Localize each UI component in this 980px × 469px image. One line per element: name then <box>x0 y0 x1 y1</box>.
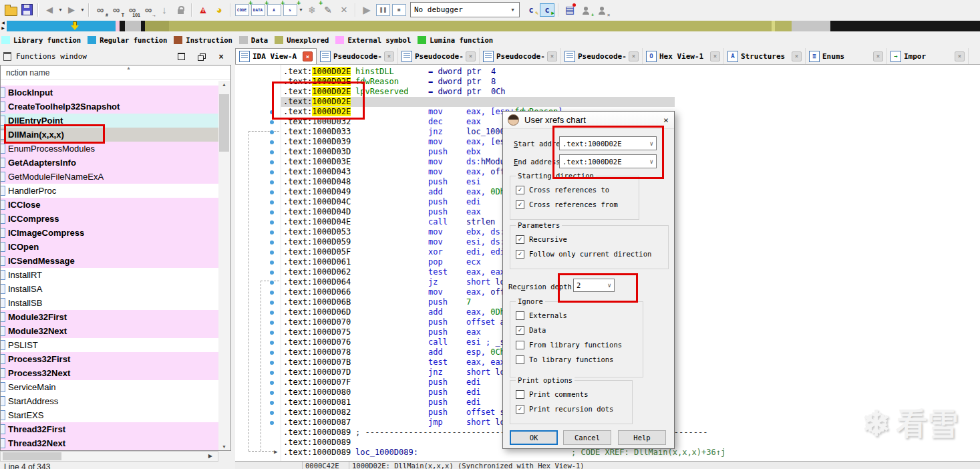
listing-line[interactable]: .text:1000D089loc_1000D089:; CODE XREF: … <box>235 448 980 458</box>
search-next-icon[interactable]: ∞→ <box>141 3 156 17</box>
function-list-item[interactable]: CreateToolhelp32Snapshot <box>1 100 218 114</box>
delete-watch-icon[interactable]: × <box>595 3 609 17</box>
checkbox-icon[interactable] <box>516 341 524 349</box>
float-window-icon[interactable] <box>191 48 211 65</box>
function-list-item[interactable]: StartAddress <box>1 394 218 408</box>
debug-run-icon[interactable]: ▶ <box>359 3 374 17</box>
recent-history-icon[interactable]: ◕ <box>212 3 226 17</box>
open-file-icon[interactable] <box>3 3 18 17</box>
dialog-titlebar[interactable]: User xrefs chart × <box>503 112 674 129</box>
checkbox-follow-only-current-direction[interactable]: ✓Follow only current direction <box>516 249 651 259</box>
checkbox-cross-references-to[interactable]: ✓Cross references to <box>516 184 609 195</box>
checkbox-data[interactable]: ✓Data <box>516 325 546 335</box>
scroll-down-icon[interactable]: ▼ <box>218 444 230 449</box>
column-header-function-name[interactable]: nction name ▲ <box>1 65 230 80</box>
save-icon[interactable] <box>19 3 34 17</box>
function-list-item[interactable]: BlockInput <box>1 86 218 100</box>
maximize-icon[interactable] <box>171 48 191 65</box>
ok-button[interactable]: OK <box>510 430 558 445</box>
function-list-item[interactable]: Thread32Next <box>1 436 218 450</box>
close-icon[interactable]: × <box>658 115 674 125</box>
tab-enums[interactable]: ≣Enums× <box>806 48 887 64</box>
checkbox-recursive[interactable]: ✓Recursive <box>516 234 567 245</box>
function-list-item[interactable]: ICOpen <box>1 240 218 254</box>
checkbox-cross-references-from[interactable]: ✓Cross references from <box>516 199 618 210</box>
close-icon[interactable]: × <box>211 48 231 65</box>
lumina-lock-icon[interactable] <box>173 3 188 17</box>
jump-down-icon[interactable]: ↓ <box>157 3 172 17</box>
listing-line[interactable]: .text:1000D02E <box>235 97 980 107</box>
help-button[interactable]: Help <box>618 430 666 445</box>
create-data-icon[interactable]: DATA+ <box>251 3 265 17</box>
function-list-item[interactable]: ICSendMessage <box>1 254 218 268</box>
function-list-item[interactable]: InstallSA <box>1 282 218 296</box>
function-list-item[interactable]: ICImageCompress <box>1 226 218 240</box>
function-list-item[interactable]: ServiceMain <box>1 380 218 394</box>
debugger-select[interactable]: No debugger▼ <box>410 2 520 17</box>
scroll-up-icon[interactable]: ▲ <box>218 82 230 87</box>
band-scroll-arrows[interactable]: ◀▶ <box>0 20 6 31</box>
checkbox-to-library-functions[interactable]: To library functions <box>516 354 613 365</box>
function-list-item[interactable]: DllEntryPoint <box>1 114 218 128</box>
navigate-back-dropdown[interactable]: ▼ <box>57 7 63 12</box>
function-list-item[interactable]: Process32First <box>1 352 218 366</box>
listing-line[interactable]: .text:1000D02EhinstDLL= dword ptr 4 <box>235 67 980 77</box>
checkbox-icon[interactable]: ✓ <box>516 235 524 244</box>
tab-impor[interactable]: →Impor× <box>887 48 969 64</box>
tab-hex-view-1[interactable]: OHex View-1× <box>643 48 724 64</box>
run-to-source-c-icon[interactable]: c▶ <box>540 3 554 17</box>
close-icon[interactable]: × <box>629 51 639 61</box>
checkbox-print-comments[interactable]: Print comments <box>516 389 589 400</box>
function-list-item[interactable]: ICClose <box>1 198 218 212</box>
checkbox-icon[interactable] <box>516 311 524 320</box>
function-list-item[interactable]: GetModuleFileNameExA <box>1 170 218 184</box>
binary-search-icon[interactable]: ∞101 <box>125 3 140 17</box>
tab-pseudocode-c[interactable]: Pseudocode-C× <box>398 48 480 64</box>
function-list-item[interactable]: Thread32First <box>1 422 218 436</box>
navigate-forward-dropdown[interactable]: ▼ <box>79 7 86 12</box>
scroll-right-icon[interactable]: ▶ <box>208 453 212 459</box>
function-list-item[interactable]: HandlerProc <box>1 184 218 198</box>
close-icon[interactable]: × <box>792 51 802 61</box>
function-list-item[interactable]: Module32Next <box>1 324 218 338</box>
undefine-icon[interactable]: × <box>337 3 351 17</box>
jump-by-name-icon[interactable]: ∞T <box>109 3 124 17</box>
navigation-band[interactable]: ◀▶ <box>0 19 980 33</box>
checkbox-print-recursion-dots[interactable]: ✓Print recursion dots <box>516 404 613 414</box>
start-address-select[interactable]: .text:1000D02E∨ <box>559 136 657 150</box>
problems-icon[interactable]: ▲! <box>196 3 210 17</box>
checkbox-icon[interactable]: ✓ <box>516 186 524 194</box>
checkbox-icon[interactable]: ✓ <box>516 326 524 335</box>
close-icon[interactable]: × <box>955 51 965 61</box>
listing-line[interactable]: .text:1000D02EfdwReason= dword ptr 8 <box>235 77 980 87</box>
tab-structures[interactable]: AStructures× <box>724 48 806 64</box>
checkbox-from-library-functions[interactable]: From library functions <box>516 339 622 350</box>
function-list-item[interactable]: Process32Next <box>1 366 218 380</box>
add-watch-icon[interactable]: + <box>579 3 593 17</box>
checkbox-icon[interactable]: ✓ <box>516 200 524 209</box>
close-icon[interactable]: × <box>710 51 720 61</box>
function-list-item[interactable]: DllMain(x,x,x) <box>1 128 218 142</box>
function-list-item[interactable]: ICCompress <box>1 212 218 226</box>
checkbox-icon[interactable]: ✓ <box>516 250 524 259</box>
create-string-icon[interactable]: s+ <box>283 3 297 17</box>
checkbox-icon[interactable] <box>516 390 524 399</box>
tab-pseudocode-b[interactable]: Pseudocode-B× <box>561 48 643 64</box>
edit-icon[interactable]: ✎ <box>321 3 335 17</box>
function-list-item[interactable]: InstallRT <box>1 268 218 282</box>
navigate-back-icon[interactable]: ◀ <box>42 3 57 17</box>
breakpoint-list-icon[interactable]: ▤ <box>562 3 577 17</box>
recursion-depth-select[interactable]: 2∨ <box>573 279 615 292</box>
close-icon[interactable]: × <box>384 51 394 61</box>
listing-line[interactable]: .text:1000D02ElpvReserved= dword ptr 0Ch <box>235 87 980 97</box>
close-icon[interactable]: × <box>873 51 883 61</box>
tab-ida-view-a[interactable]: IDA View-A× <box>235 48 317 64</box>
debug-pause-icon[interactable]: ❚❚ <box>375 3 390 17</box>
function-list-item[interactable]: InstallSB <box>1 296 218 310</box>
cancel-button[interactable]: Cancel <box>563 430 611 445</box>
debug-stop-icon[interactable]: ■ <box>391 3 406 17</box>
function-list-item[interactable]: PSLIST <box>1 338 218 352</box>
jump-to-address-icon[interactable]: ∞# <box>93 3 108 17</box>
close-icon[interactable]: × <box>547 51 557 61</box>
create-string-dropdown[interactable]: ▼ <box>298 7 304 12</box>
